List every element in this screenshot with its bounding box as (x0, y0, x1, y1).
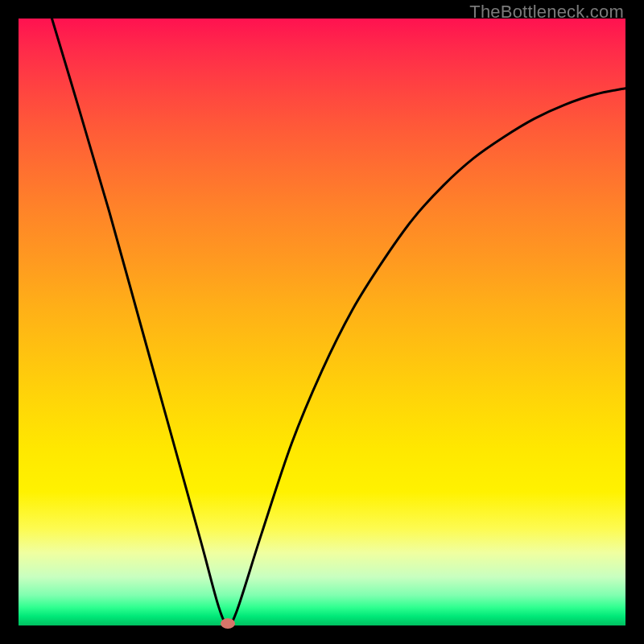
optimum-marker (221, 618, 235, 629)
chart-container: TheBottleneck.com (0, 0, 644, 644)
bottleneck-curve (52, 19, 625, 625)
watermark-text: TheBottleneck.com (469, 2, 624, 23)
curve-svg (19, 19, 625, 625)
